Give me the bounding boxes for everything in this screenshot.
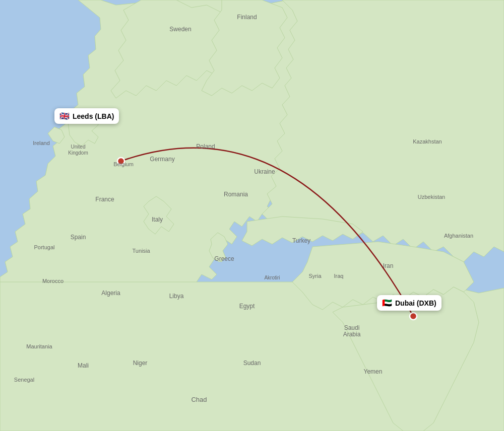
akrotiri-label: Akrotiri: [264, 275, 280, 280]
leeds-airport-label: 🇬🇧 Leeds (LBA): [54, 108, 119, 124]
uk-label1: United: [71, 144, 86, 150]
chad-label: Chad: [191, 396, 207, 403]
dubai-dot: [410, 313, 417, 320]
kazakhstan-label: Kazakhstan: [413, 138, 442, 145]
syria-label: Syria: [308, 273, 322, 279]
egypt-label: Egypt: [239, 303, 255, 310]
france-label: France: [95, 196, 114, 203]
dubai-airport-label: 🇦🇪 Dubai (DXB): [377, 295, 442, 311]
finland-label: Finland: [237, 14, 257, 21]
iran-label: Iran: [383, 262, 394, 269]
turkey-label: Turkey: [292, 237, 310, 244]
spain-label: Spain: [71, 234, 86, 241]
senegal-label: Senegal: [14, 377, 34, 383]
germany-label: Germany: [150, 156, 174, 163]
libya-label: Libya: [169, 293, 184, 300]
ukraine-label: Ukraine: [254, 168, 275, 175]
mauritania-label: Mauritania: [26, 343, 52, 349]
morocco-label: Morocco: [42, 278, 64, 284]
map-svg: Finland Sweden Poland Ukraine Germany Be…: [0, 0, 504, 431]
mali-label: Mali: [78, 362, 89, 369]
uk-flag: 🇬🇧: [59, 111, 70, 121]
yemen-label: Yemen: [364, 368, 383, 375]
ireland-label: Ireland: [33, 140, 50, 146]
algeria-label: Algeria: [101, 290, 120, 297]
portugal-label: Portugal: [34, 244, 55, 250]
sudan-label: Sudan: [243, 360, 261, 367]
leeds-label-text: Leeds (LBA): [73, 112, 114, 120]
sweden-label: Sweden: [169, 26, 191, 33]
saudi-label: Saudi: [344, 324, 360, 331]
belgium-label: Belgium: [113, 161, 134, 167]
uzbekistan-label: Uzbekistan: [418, 194, 445, 200]
saudi-label2: Arabia: [343, 331, 361, 338]
tunisia-label: Tunisia: [132, 248, 150, 254]
iraq-label: Iraq: [334, 273, 344, 279]
map-container: Finland Sweden Poland Ukraine Germany Be…: [0, 0, 504, 431]
afghanistan-label: Afghanistan: [444, 233, 473, 239]
romania-label: Romania: [224, 191, 248, 198]
niger-label: Niger: [133, 360, 148, 367]
dubai-label-text: Dubai (DXB): [395, 299, 436, 307]
italy-label: Italy: [152, 216, 163, 223]
greece-label: Greece: [214, 255, 234, 262]
uae-flag: 🇦🇪: [382, 298, 392, 308]
uk-label2: Kingdom: [68, 150, 88, 156]
poland-label: Poland: [196, 143, 215, 150]
